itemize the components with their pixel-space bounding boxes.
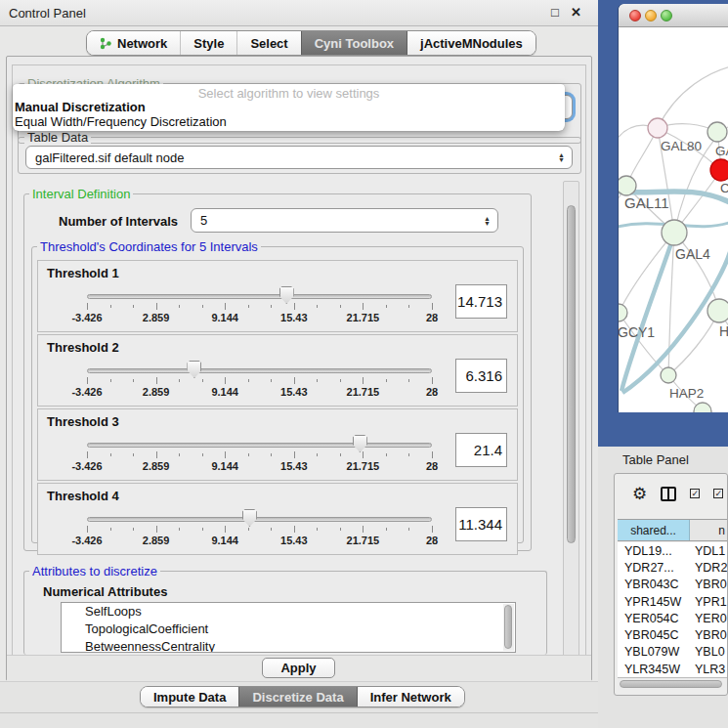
- threshold-4-thumb[interactable]: [242, 509, 257, 527]
- thresholds-group-title: Threshold's Coordinates for 5 Intervals: [37, 239, 261, 254]
- select-columns-checkbox-icon[interactable]: ✓: [690, 489, 700, 498]
- table-row[interactable]: YDL19...YDL1: [618, 542, 727, 559]
- node-bottom-partial[interactable]: [694, 403, 711, 412]
- column-header-name[interactable]: n: [690, 520, 727, 540]
- column-layout-icon[interactable]: [661, 487, 676, 501]
- numerical-attributes-list[interactable]: SelfLoops TopologicalCoefficient Between…: [61, 602, 516, 653]
- node-gal4[interactable]: [662, 220, 687, 245]
- table-data-select[interactable]: galFiltered.sif default node ▲▼: [25, 146, 573, 169]
- node-gal80[interactable]: [648, 118, 667, 138]
- control-panel-titlebar: Control Panel □ ✕: [0, 0, 598, 26]
- close-panel-icon[interactable]: ✕: [571, 5, 581, 20]
- threshold-2-value[interactable]: 6.316: [455, 359, 507, 393]
- numerical-attributes-label: Numerical Attributes: [43, 584, 167, 599]
- table-row[interactable]: YBR043CYBR0: [618, 577, 727, 593]
- threshold-1-label: Threshold 1: [47, 266, 119, 280]
- table-row[interactable]: YDR27...YDR2: [618, 559, 727, 576]
- tab-jactivemnodules[interactable]: jActiveMNodules: [407, 31, 535, 55]
- threshold-1-value[interactable]: 14.713: [455, 284, 507, 319]
- node-label-partial-mid: C: [720, 181, 728, 195]
- network-view-window[interactable]: GAL80 GA C GAL11 GAL4 GCY1 H HAP2: [619, 4, 728, 412]
- threshold-1-panel: Threshold 1 -3.4262.8599.14415.4321.7152…: [37, 260, 518, 332]
- table-row[interactable]: YPR145WYPR1: [618, 593, 727, 610]
- tab-select[interactable]: Select: [236, 31, 300, 55]
- threshold-4-ticks: [87, 526, 432, 534]
- threshold-1-track[interactable]: [87, 294, 432, 299]
- table-row[interactable]: YER054CYER0: [618, 610, 727, 626]
- threshold-2-track[interactable]: [87, 368, 432, 373]
- network-icon: [100, 37, 112, 50]
- network-canvas[interactable]: GAL80 GA C GAL11 GAL4 GCY1 H HAP2: [619, 27, 728, 412]
- threshold-4-track[interactable]: [87, 517, 432, 522]
- node-right-mid[interactable]: [707, 299, 728, 322]
- list-item[interactable]: BetweennessCentrality: [62, 638, 515, 653]
- threshold-4-label: Threshold 4: [47, 489, 119, 503]
- network-graph: GAL80 GA C GAL11 GAL4 GCY1 H HAP2: [619, 27, 728, 412]
- tab-cyni-toolbox[interactable]: Cyni Toolbox: [301, 31, 407, 55]
- minimize-window-icon[interactable]: [645, 10, 657, 21]
- column-header-shared-name[interactable]: shared...: [618, 520, 690, 540]
- cyni-mode-tabs: Impute Data Discretize Data Infer Networ…: [140, 686, 465, 707]
- tab-impute-data[interactable]: Impute Data: [141, 687, 238, 707]
- node-top-right[interactable]: [707, 122, 727, 142]
- combo-stepper-icon: ▲▼: [558, 152, 565, 162]
- node-label-gcy1: GCY1: [619, 324, 655, 340]
- threshold-4-panel: Threshold 4 -3.4262.8599.14415.4321.7152…: [37, 483, 518, 555]
- node-label-partial-low: H: [719, 323, 728, 339]
- apply-button[interactable]: Apply: [262, 658, 335, 678]
- num-intervals-select[interactable]: 5 ▲▼: [191, 208, 498, 233]
- num-intervals-label: Number of Intervals: [59, 214, 178, 229]
- dropdown-option-equal-width[interactable]: Equal Width/Frequency Discretization: [15, 114, 227, 129]
- threshold-2-ticks: [87, 377, 432, 385]
- float-panel-icon[interactable]: □: [551, 5, 559, 20]
- table-hscrollbar-thumb[interactable]: [620, 680, 722, 688]
- select-all-checkbox-icon[interactable]: ✓: [713, 489, 723, 498]
- threshold-1-thumb[interactable]: [279, 286, 294, 304]
- table-horizontal-scrollbar[interactable]: [618, 677, 727, 690]
- node-table[interactable]: YDL19...YDL1 YDR27...YDR2 YBR043CYBR0 YP…: [618, 542, 727, 677]
- tab-style[interactable]: Style: [180, 31, 236, 55]
- node-gal11[interactable]: [619, 176, 636, 195]
- panel-title: Control Panel: [9, 6, 86, 21]
- attributes-list-scrollbar[interactable]: [503, 604, 514, 651]
- table-panel-title: Table Panel: [622, 452, 689, 467]
- table-data-title: Table Data: [24, 130, 91, 145]
- control-panel-tabs: Network Style Select Cyni Toolbox jActiv…: [86, 30, 536, 56]
- node-gcy1[interactable]: [619, 304, 627, 321]
- main-scrollbar-thumb[interactable]: [567, 205, 576, 543]
- threshold-3-value[interactable]: 21.4: [455, 433, 507, 467]
- node-hap2[interactable]: [661, 367, 676, 383]
- node-label-gal11: GAL11: [624, 194, 669, 211]
- tab-network[interactable]: Network: [87, 31, 180, 55]
- dropdown-hint: Select algorithm to view settings: [13, 86, 565, 101]
- table-panel: Table Panel ⚙ ✓ ✓ shared... n YDL19...YD…: [598, 447, 728, 728]
- dropdown-option-manual[interactable]: Manual Discretization: [15, 100, 146, 114]
- tab-discretize-data[interactable]: Discretize Data: [238, 687, 356, 707]
- node-label-gal80: GAL80: [661, 139, 702, 153]
- threshold-2-thumb[interactable]: [187, 361, 201, 378]
- combo-stepper-icon: ▲▼: [484, 216, 491, 226]
- main-scrollbar[interactable]: [563, 181, 579, 677]
- table-row[interactable]: YBL079WYBL0: [618, 644, 727, 661]
- attributes-group-title: Attributes to discretize: [29, 564, 160, 578]
- node-red-selected[interactable]: [710, 159, 728, 181]
- threshold-3-thumb[interactable]: [353, 435, 367, 452]
- threshold-3-track[interactable]: [87, 443, 432, 448]
- zoom-window-icon[interactable]: [661, 10, 672, 21]
- table-settings-gear-icon[interactable]: ⚙: [632, 486, 647, 502]
- threshold-3-label: Threshold 3: [47, 414, 119, 429]
- interval-definition-title: Interval Definition: [29, 187, 133, 201]
- list-item[interactable]: SelfLoops: [62, 603, 515, 621]
- table-row[interactable]: YLR345WYLR3: [618, 661, 727, 677]
- node-label-partial-top: GA: [715, 144, 728, 158]
- threshold-3-ticks: [87, 451, 432, 459]
- node-label-gal4: GAL4: [675, 246, 710, 262]
- network-window-titlebar: [619, 4, 728, 27]
- threshold-4-value[interactable]: 11.344: [455, 507, 507, 541]
- tab-infer-network[interactable]: Infer Network: [357, 687, 464, 707]
- list-item[interactable]: TopologicalCoefficient: [62, 621, 515, 638]
- close-window-icon[interactable]: [629, 10, 641, 21]
- table-row[interactable]: YBR045CYBR0: [618, 626, 727, 643]
- threshold-1-ticks: [87, 303, 432, 311]
- threshold-2-label: Threshold 2: [47, 340, 119, 355]
